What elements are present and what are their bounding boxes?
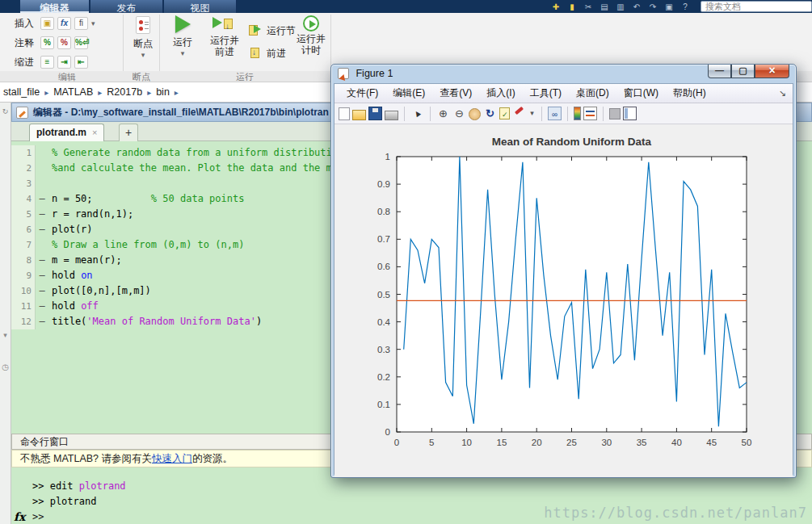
figure-menu-item[interactable]: 查看(V) (432, 84, 479, 103)
breakpoint-gutter[interactable]: – (36, 253, 48, 268)
indent-label[interactable]: 缩进 (15, 56, 37, 69)
breadcrumb-item[interactable]: R2017b (107, 86, 142, 98)
ribbon-tab-view[interactable]: 视图 (164, 0, 237, 13)
new-script-icon[interactable]: ✚ (550, 2, 562, 12)
breadcrumb-item[interactable]: stall_file (3, 86, 40, 98)
edit-plot-icon[interactable] (410, 107, 424, 120)
breakpoint-gutter[interactable]: – (36, 299, 48, 314)
refresh-icon[interactable]: ↻ (1, 107, 10, 115)
smart-indent-icon[interactable]: ≡ (40, 56, 54, 69)
paste-icon[interactable]: ▥ (615, 2, 626, 12)
breadcrumb-arrow-icon[interactable]: ▸ (175, 88, 179, 97)
zoom-out-icon[interactable]: ⊖ (452, 107, 466, 120)
open-file-icon[interactable] (352, 110, 366, 120)
svg-text:0: 0 (394, 438, 399, 447)
zoom-in-icon[interactable]: ⊕ (436, 107, 450, 120)
breakpoints-button[interactable]: 断点 ▾ (128, 16, 158, 59)
data-cursor-icon[interactable] (499, 107, 510, 119)
dock-figure-arrow-icon[interactable]: ↘ (779, 84, 786, 103)
breakpoint-gutter[interactable] (36, 176, 48, 191)
insert-function-icon[interactable]: fx (57, 17, 71, 30)
minimize-button[interactable]: — (708, 65, 731, 78)
save-icon[interactable]: ▮ (566, 2, 578, 12)
getting-started-link[interactable]: 快速入门 (152, 453, 192, 464)
run-and-time-button[interactable]: 运行并 计时 (292, 15, 330, 56)
insert-block-icon[interactable]: fi (74, 17, 88, 30)
code-text: hold off (48, 299, 99, 314)
advance-button[interactable]: ↓ 前进 (249, 45, 286, 61)
breakpoint-gutter[interactable]: – (36, 207, 48, 222)
run-button[interactable]: 运行 ▾ (166, 15, 200, 57)
indent-right-icon[interactable]: ⇥ (57, 56, 71, 69)
show-plot-tools-icon[interactable] (623, 107, 637, 120)
redo-icon[interactable]: ↷ (647, 2, 658, 12)
figure-menu-item[interactable]: 桌面(D) (569, 84, 616, 103)
comment-label[interactable]: 注释 (15, 36, 37, 50)
breadcrumb-arrow-icon[interactable]: ▸ (98, 88, 102, 97)
breakpoint-gutter[interactable]: – (36, 283, 48, 299)
breadcrumb-arrow-icon[interactable]: ▸ (44, 88, 48, 97)
run-and-time-label-2: 计时 (292, 44, 330, 56)
ribbon-tab-strip: 编辑器 发布 视图 ✚▮✂▤▥↶↷▣? 搜索文档 (0, 0, 812, 13)
search-docs-input[interactable]: 搜索文档 (701, 1, 812, 12)
svg-text:0.2: 0.2 (377, 372, 390, 382)
cut-icon[interactable]: ✂ (583, 2, 594, 12)
rotate-3d-icon[interactable]: ↻ (483, 107, 497, 120)
insert-label[interactable]: 插入 (15, 17, 37, 31)
ribbon-tab-editor[interactable]: 编辑器 (20, 0, 90, 13)
wrap-comment-icon[interactable]: %⏎ (74, 36, 88, 49)
breakpoint-gutter[interactable] (36, 161, 48, 176)
help-icon[interactable]: ? (679, 2, 691, 12)
line-number: 4 (11, 191, 36, 207)
line-number: 1 (11, 145, 36, 161)
fx-function-hint-icon[interactable]: fx (14, 509, 25, 524)
run-and-advance-button[interactable]: ↓ 运行并 前进 (204, 15, 245, 57)
insert-legend-icon[interactable] (583, 107, 597, 120)
browse-icon[interactable]: ▣ (663, 2, 675, 12)
copy-icon[interactable]: ▤ (599, 2, 610, 12)
indent-left-icon[interactable]: ⇤ (74, 56, 88, 69)
ribbon-tab-publish[interactable]: 发布 (90, 0, 163, 13)
comment-icon[interactable]: % (40, 36, 54, 49)
left-panel-strip[interactable]: ↻ ▾ ◷ (0, 103, 11, 524)
new-figure-icon[interactable] (339, 107, 350, 120)
figure-menu-item[interactable]: 文件(F) (339, 84, 385, 103)
breakpoint-gutter[interactable]: – (36, 222, 48, 237)
svg-text:10: 10 (461, 438, 472, 447)
save-figure-icon[interactable] (368, 107, 382, 120)
breakpoint-gutter[interactable] (36, 145, 48, 161)
insert-colorbar-icon[interactable] (574, 107, 581, 120)
tab-close-icon[interactable]: × (92, 128, 97, 137)
figure-menu-item[interactable]: 编辑(E) (385, 84, 432, 103)
maximize-button[interactable]: ▢ (731, 65, 755, 78)
new-tab-button[interactable]: + (119, 124, 138, 141)
breadcrumb-item[interactable]: bin (156, 86, 170, 98)
insert-dropdown-icon[interactable]: ▾ (91, 19, 95, 27)
dropdown-icon[interactable]: ▾ (528, 107, 536, 120)
run-section-button[interactable]: 运行节 (249, 23, 296, 39)
breadcrumb-item[interactable]: MATLAB (53, 86, 93, 98)
uncomment-icon[interactable]: % (57, 36, 71, 49)
editor-tab-plotrand[interactable]: plotrand.m× (29, 124, 104, 141)
undo-icon[interactable]: ↶ (631, 2, 642, 12)
breakpoint-gutter[interactable]: – (36, 314, 48, 329)
breadcrumb-arrow-icon[interactable]: ▸ (147, 88, 151, 97)
ribbon-tab-label: 编辑器 (40, 2, 69, 13)
figure-menu-item[interactable]: 工具(T) (523, 84, 569, 103)
svg-text:1: 1 (385, 152, 390, 161)
pan-icon[interactable] (469, 108, 481, 120)
figure-menu-item[interactable]: 帮助(H) (666, 84, 713, 103)
breakpoint-gutter[interactable]: – (36, 268, 48, 283)
link-plot-icon[interactable]: ∞ (548, 107, 562, 120)
insert-section-icon[interactable]: ▣ (40, 17, 54, 30)
figure-menu-item[interactable]: 插入(I) (479, 84, 522, 103)
clock-icon[interactable]: ◷ (1, 363, 10, 371)
close-button[interactable]: × (755, 65, 789, 78)
brush-icon[interactable] (512, 107, 526, 120)
breakpoint-gutter[interactable]: – (36, 191, 48, 207)
hide-plot-tools-icon[interactable] (609, 108, 621, 119)
print-figure-icon[interactable] (385, 111, 398, 120)
figure-menu-item[interactable]: 窗口(W) (616, 84, 666, 103)
breakpoint-gutter[interactable] (36, 237, 48, 253)
panel-collapse-icon[interactable]: ▾ (1, 331, 10, 339)
